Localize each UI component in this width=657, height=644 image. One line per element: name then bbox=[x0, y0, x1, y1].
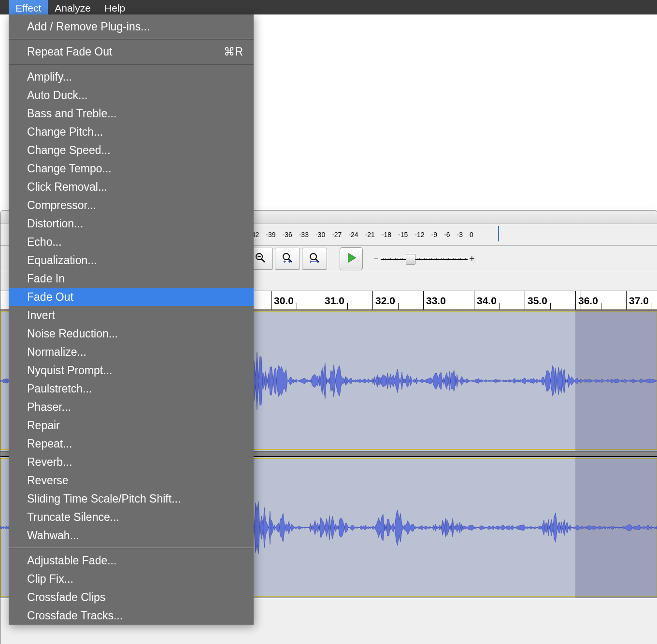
menu-item-crossfade-clips[interactable]: Crossfade Clips bbox=[9, 588, 254, 606]
menu-item-reverse[interactable]: Reverse bbox=[9, 471, 254, 490]
menu-item-label: Noise Reduction... bbox=[27, 327, 118, 340]
meter-peak-indicator bbox=[498, 226, 499, 241]
play-button[interactable] bbox=[340, 247, 363, 270]
menu-item-label: Fade Out bbox=[27, 290, 73, 304]
ruler-major-tick bbox=[474, 291, 474, 309]
menu-item-label: Normalize... bbox=[27, 345, 86, 359]
menu-item-label: Equalization... bbox=[27, 253, 97, 267]
menu-item-fade-out[interactable]: Fade Out bbox=[9, 288, 254, 306]
menu-item-label: Distortion... bbox=[27, 217, 83, 230]
menu-item-label: Nyquist Prompt... bbox=[27, 364, 112, 377]
menu-item-echo[interactable]: Echo... bbox=[9, 233, 254, 251]
menu-item-label: Sliding Time Scale/Pitch Shift... bbox=[27, 492, 181, 505]
menu-item-label: Bass and Treble... bbox=[27, 107, 116, 120]
menubar-item-help[interactable]: Help bbox=[98, 0, 132, 14]
menu-item-label: Auto Duck... bbox=[27, 88, 87, 102]
menu-item-shortcut: ⌘R bbox=[224, 45, 243, 58]
menu-item-repeat[interactable]: Repeat... bbox=[9, 434, 254, 453]
meter-tick: -12 bbox=[414, 231, 424, 238]
menu-item-truncate-silence[interactable]: Truncate Silence... bbox=[9, 508, 254, 526]
ruler-major-tick bbox=[372, 291, 373, 309]
menu-item-amplify[interactable]: Amplify... bbox=[9, 68, 254, 86]
ruler-minor-tick bbox=[297, 303, 297, 309]
menu-item-change-tempo[interactable]: Change Tempo... bbox=[9, 159, 254, 178]
zoom-out-icon bbox=[254, 252, 267, 266]
ruler-minor-tick bbox=[449, 303, 449, 309]
menu-item-reverb[interactable]: Reverb... bbox=[9, 453, 254, 471]
menu-item-sliding-time-scale-pitch-shift[interactable]: Sliding Time Scale/Pitch Shift... bbox=[9, 490, 254, 508]
menu-item-label: Echo... bbox=[27, 235, 62, 249]
menu-item-click-removal[interactable]: Click Removal... bbox=[9, 178, 254, 196]
ruler-major-tick bbox=[322, 291, 322, 309]
menu-item-bass-and-treble[interactable]: Bass and Treble... bbox=[9, 104, 254, 123]
menubar[interactable]: EffectAnalyzeHelp bbox=[0, 0, 657, 14]
menu-item-label: Invert bbox=[27, 308, 55, 322]
menu-item-adjustable-fade[interactable]: Adjustable Fade... bbox=[9, 551, 254, 570]
slider-minus-label: − bbox=[373, 254, 379, 264]
svg-line-1 bbox=[261, 259, 265, 262]
menu-item-label: Reverb... bbox=[27, 455, 72, 469]
menu-item-label: Click Removal... bbox=[27, 180, 107, 194]
menu-item-clip-fix[interactable]: Clip Fix... bbox=[9, 570, 254, 588]
ruler-label: 32.0 bbox=[375, 295, 395, 307]
menu-item-label: Crossfade Clips bbox=[27, 590, 105, 604]
ruler-label: 35.0 bbox=[528, 295, 547, 307]
ruler-label: 36.0 bbox=[578, 295, 598, 307]
menu-item-auto-duck[interactable]: Auto Duck... bbox=[9, 86, 254, 104]
menu-item-compressor[interactable]: Compressor... bbox=[9, 196, 254, 214]
menu-separator bbox=[9, 39, 254, 40]
meter-tick: -24 bbox=[348, 231, 358, 238]
menu-item-repeat-fade-out[interactable]: Repeat Fade Out⌘R bbox=[9, 42, 254, 61]
zoom-fit-project-button[interactable] bbox=[302, 248, 327, 270]
menu-item-wahwah[interactable]: Wahwah... bbox=[9, 526, 254, 545]
menu-item-label: Change Pitch... bbox=[27, 125, 103, 139]
effect-menu-dropdown[interactable]: Add / Remove Plug-ins...Repeat Fade Out⌘… bbox=[9, 14, 254, 625]
ruler-minor-tick bbox=[398, 303, 399, 309]
meter-tick: -15 bbox=[398, 231, 408, 238]
menu-item-phaser[interactable]: Phaser... bbox=[9, 398, 254, 416]
menu-item-fade-in[interactable]: Fade In bbox=[9, 269, 254, 288]
svg-point-5 bbox=[310, 253, 316, 260]
ruler-major-tick bbox=[423, 291, 424, 309]
slider-thumb[interactable] bbox=[406, 254, 415, 265]
menu-item-change-pitch[interactable]: Change Pitch... bbox=[9, 123, 254, 141]
ruler-minor-tick bbox=[601, 303, 601, 309]
ruler-label: 37.0 bbox=[629, 295, 649, 307]
ruler-label: 34.0 bbox=[477, 295, 497, 307]
menu-item-label: Fade In bbox=[27, 272, 65, 285]
menu-item-noise-reduction[interactable]: Noise Reduction... bbox=[9, 324, 254, 343]
ruler-label: 33.0 bbox=[426, 295, 446, 307]
menu-item-label: Crossfade Tracks... bbox=[27, 609, 123, 622]
meter-tick: -6 bbox=[444, 231, 450, 238]
ruler-minor-tick bbox=[500, 303, 500, 309]
menu-item-crossfade-tracks[interactable]: Crossfade Tracks... bbox=[9, 606, 254, 625]
menu-item-paulstretch[interactable]: Paulstretch... bbox=[9, 379, 254, 398]
menubar-item-analyze[interactable]: Analyze bbox=[48, 0, 98, 14]
menu-item-distortion[interactable]: Distortion... bbox=[9, 214, 254, 233]
menu-item-change-speed[interactable]: Change Speed... bbox=[9, 141, 254, 159]
menubar-item-effect[interactable]: Effect bbox=[9, 0, 48, 14]
menu-item-label: Wahwah... bbox=[27, 529, 79, 542]
playhead-cursor[interactable] bbox=[581, 291, 581, 309]
menu-item-add-remove-plug-ins[interactable]: Add / Remove Plug-ins... bbox=[9, 17, 254, 36]
slider-plus-label: + bbox=[470, 254, 475, 264]
zoom-fit-selection-button[interactable] bbox=[275, 248, 300, 270]
menu-item-label: Repeat Fade Out bbox=[27, 45, 112, 58]
meter-tick: -36 bbox=[282, 231, 292, 238]
svg-point-3 bbox=[283, 253, 289, 260]
meter-tick: -18 bbox=[382, 231, 391, 238]
menu-item-label: Amplify... bbox=[27, 70, 72, 84]
ruler-minor-tick bbox=[347, 303, 348, 309]
menu-item-label: Add / Remove Plug-ins... bbox=[27, 20, 150, 33]
menu-item-nyquist-prompt[interactable]: Nyquist Prompt... bbox=[9, 361, 254, 379]
menu-item-label: Repair bbox=[27, 419, 60, 432]
menu-item-repair[interactable]: Repair bbox=[9, 416, 254, 434]
play-icon bbox=[345, 252, 357, 266]
menu-item-normalize[interactable]: Normalize... bbox=[9, 343, 254, 361]
playback-speed-slider[interactable]: −+ bbox=[373, 254, 474, 264]
menu-item-equalization[interactable]: Equalization... bbox=[9, 251, 254, 269]
menu-item-invert[interactable]: Invert bbox=[9, 306, 254, 324]
meter-tick: -9 bbox=[431, 231, 437, 238]
ruler-major-tick bbox=[271, 291, 271, 309]
menu-separator bbox=[9, 64, 254, 65]
